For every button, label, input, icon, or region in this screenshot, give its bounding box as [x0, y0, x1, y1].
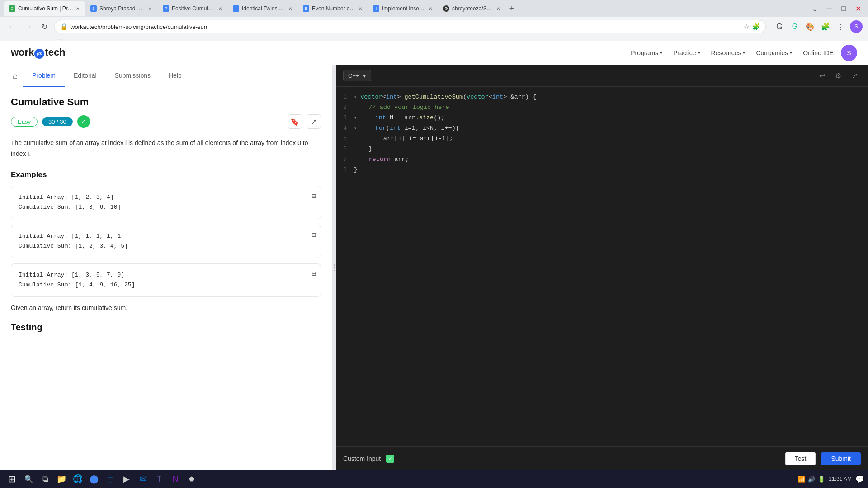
undo-icon[interactable]: ↩: [816, 70, 828, 82]
tab-close-icon[interactable]: ✕: [218, 6, 222, 11]
tab-title: Shreya Prasad - Codi...: [99, 5, 146, 12]
settings-icon[interactable]: ⋮: [835, 20, 847, 33]
teams-icon[interactable]: T: [152, 472, 166, 486]
tab-close-icon[interactable]: ✕: [148, 6, 152, 11]
close-button[interactable]: ✕: [852, 2, 864, 15]
copy-icon-3[interactable]: ⊞: [311, 268, 316, 281]
problem-tabs: ⌂ Problem Editorial Submissions Help: [0, 65, 332, 87]
task-view-icon[interactable]: ⧉: [38, 472, 52, 486]
language-selector[interactable]: C++ ▾: [343, 70, 371, 81]
battery-icon[interactable]: 🔋: [818, 476, 825, 483]
fullscreen-icon[interactable]: ⤢: [848, 70, 861, 82]
tab-shreya[interactable]: S Shreya Prasad - Codi... ✕: [85, 1, 157, 16]
bookmark-button[interactable]: 🔖: [288, 114, 302, 129]
tab-submissions[interactable]: Submissions: [106, 65, 160, 87]
testing-title: Testing: [11, 322, 321, 333]
network-icon[interactable]: 📶: [798, 476, 805, 483]
line-number: 3: [336, 113, 354, 123]
difficulty-badge: Easy: [11, 117, 38, 127]
copy-icon-2[interactable]: ⊞: [311, 230, 316, 242]
share-button[interactable]: ↗: [307, 114, 321, 129]
nav-companies[interactable]: Companies ▾: [756, 49, 792, 56]
online-ide-label: Online IDE: [803, 49, 834, 56]
maximize-button[interactable]: □: [837, 2, 850, 15]
reload-button[interactable]: ↻: [38, 20, 51, 33]
user-avatar[interactable]: S: [841, 45, 857, 61]
extensions-button[interactable]: 🧩: [819, 20, 832, 33]
system-time: 11:31 AM: [829, 476, 852, 482]
outlook-icon[interactable]: ✉: [136, 472, 150, 486]
tab-favicon: C: [9, 5, 15, 12]
onenote-icon[interactable]: N: [168, 472, 183, 486]
tab-positive[interactable]: P Positive Cumulative S... ✕: [157, 1, 227, 16]
tab-close-icon[interactable]: ✕: [76, 6, 80, 11]
taskbar: ⊞ 🔍 ⧉ 📁 🌐 ⬤ ◻ ▶ ✉ T N ⬟ 📶 🔊 🔋 11:31 AM 💬: [0, 470, 868, 488]
code-editor-panel: C++ ▾ ↩ ⚙ ⤢ 1 ▾ vector<int> getCumulativ…: [336, 65, 868, 470]
minimize-button[interactable]: ─: [823, 2, 835, 15]
terminal-icon[interactable]: ▶: [119, 472, 134, 486]
search-taskbar-icon[interactable]: 🔍: [22, 472, 36, 486]
example-3-cumulative: Cumulative Sum: [1, 4, 9, 16, 25]: [19, 280, 313, 290]
code-line-1: 1 ▾ vector<int> getCumulativeSum(vector<…: [336, 92, 868, 103]
edge-icon[interactable]: 🌐: [71, 472, 85, 486]
file-explorer-icon[interactable]: 📁: [54, 472, 69, 486]
test-button[interactable]: Test: [785, 452, 816, 465]
examples-title: Examples: [11, 170, 321, 179]
tab-github[interactable]: ⚙ shreyateeza/SDE-60-... ✕: [438, 1, 505, 16]
tab-help[interactable]: Help: [160, 65, 191, 87]
code-editor[interactable]: 1 ▾ vector<int> getCumulativeSum(vector<…: [336, 87, 868, 446]
vscode-icon[interactable]: ◻: [103, 472, 118, 486]
given-text: Given an array, return its cumulative su…: [11, 304, 321, 311]
tab-cumulative-sum[interactable]: C Cumulative Sum | Pra... ✕: [4, 1, 85, 16]
nav-resources[interactable]: Resources ▾: [711, 49, 745, 56]
tab-favicon: I: [233, 5, 239, 12]
forward-button[interactable]: →: [22, 20, 34, 33]
profile-avatar[interactable]: S: [850, 20, 863, 33]
tab-close-icon[interactable]: ✕: [288, 6, 292, 11]
tab-close-icon[interactable]: ✕: [496, 6, 500, 11]
star-icon[interactable]: ☆: [744, 23, 750, 30]
grammarly-icon[interactable]: G: [788, 20, 801, 33]
example-1-cumulative: Cumulative Sum: [1, 3, 6, 10]: [19, 202, 313, 212]
home-tab[interactable]: ⌂: [7, 65, 23, 87]
example-1: ⊞ Initial Array: [1, 2, 3, 4] Cumulative…: [11, 186, 321, 219]
tab-insertion[interactable]: I Implement Insertion ... ✕: [368, 1, 438, 16]
submit-button[interactable]: Submit: [821, 452, 861, 465]
address-icons: ☆ 🧩: [744, 23, 760, 30]
chrome-icon[interactable]: ⬤: [87, 472, 101, 486]
tab-problem[interactable]: Problem: [23, 65, 65, 87]
back-button[interactable]: ←: [5, 20, 18, 33]
tab-close-icon[interactable]: ✕: [359, 6, 362, 11]
volume-icon[interactable]: 🔊: [808, 476, 815, 483]
line-content: ▾ for(int i=1; i<N; i++){: [354, 123, 868, 134]
tab-even[interactable]: E Even Number of Digi... ✕: [297, 1, 368, 16]
new-tab-button[interactable]: +: [505, 2, 518, 15]
nav-online-ide[interactable]: Online IDE: [803, 49, 834, 56]
line-content: arr[i] += arr[i-1];: [354, 134, 868, 144]
tab-title: shreyateeza/SDE-60-...: [452, 5, 494, 12]
system-tray: 📶 🔊 🔋: [798, 476, 825, 483]
more-icon[interactable]: ⬟: [184, 472, 199, 486]
address-bar[interactable]: 🔒 workat.tech/problem-solving/practice/c…: [54, 20, 766, 33]
content-area: ⌂ Problem Editorial Submissions Help Cum…: [0, 65, 868, 470]
panel-divider[interactable]: [332, 65, 336, 470]
tab-title: Cumulative Sum | Pra...: [18, 5, 73, 12]
tab-bar: C Cumulative Sum | Pra... ✕ S Shreya Pra…: [0, 0, 868, 17]
tab-editorial[interactable]: Editorial: [65, 65, 106, 87]
nav-programs[interactable]: Programs ▾: [631, 49, 662, 56]
start-button[interactable]: ⊞: [4, 471, 20, 487]
tab-overflow-button[interactable]: ⌄: [808, 2, 821, 15]
color-extension-icon[interactable]: 🎨: [804, 20, 816, 33]
settings-icon[interactable]: ⚙: [832, 70, 844, 82]
nav-practice[interactable]: Practice ▾: [673, 49, 700, 56]
example-2-cumulative: Cumulative Sum: [1, 2, 3, 4, 5]: [19, 241, 313, 251]
notification-icon[interactable]: 💬: [855, 475, 864, 483]
tab-close-icon[interactable]: ✕: [429, 6, 432, 11]
browser-chrome: C Cumulative Sum | Pra... ✕ S Shreya Pra…: [0, 0, 868, 41]
extension-icon[interactable]: 🧩: [752, 23, 760, 30]
site-logo[interactable]: work@tech: [11, 47, 66, 59]
google-account-icon[interactable]: G: [773, 20, 786, 33]
tab-twins[interactable]: I Identical Twins Practi... ✕: [227, 1, 297, 16]
custom-input-checkbox[interactable]: ✓: [386, 455, 394, 463]
copy-icon-1[interactable]: ⊞: [311, 191, 316, 203]
